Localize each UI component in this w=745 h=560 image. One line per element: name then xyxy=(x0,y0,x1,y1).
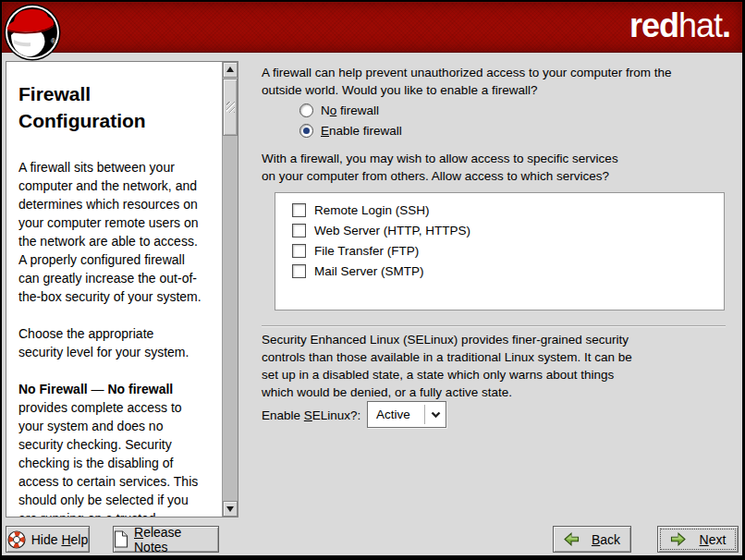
chevron-down-icon xyxy=(425,411,446,419)
label-post: ack xyxy=(600,532,620,547)
arrow-down-icon xyxy=(226,506,234,516)
services-list: Remote Login (SSH) Web Server (HTTP, HTT… xyxy=(275,192,725,310)
hide-help-button[interactable]: Hide Help xyxy=(6,526,90,553)
life-preserver-icon xyxy=(7,530,26,549)
radio-button-icon[interactable] xyxy=(299,124,313,138)
service-row-ftp[interactable]: File Transfer (FTP) xyxy=(275,240,724,261)
radio-enable-firewall[interactable]: Enable firewall xyxy=(299,123,402,139)
arrow-up-icon xyxy=(226,63,234,72)
label-pre: Enable xyxy=(262,408,304,422)
firewall-intro-text: A firewall can help prevent unauthorized… xyxy=(262,64,671,99)
service-label: File Transfer (FTP) xyxy=(314,244,419,258)
trademark-symbol: ® xyxy=(51,38,56,44)
wordmark-rest: hat xyxy=(678,6,722,44)
label-post: ext xyxy=(709,532,727,547)
release-notes-label: Release Notes xyxy=(134,525,218,554)
label-mnemonic: R xyxy=(134,525,143,540)
label-mnemonic: S xyxy=(304,408,312,422)
label-mnemonic: B xyxy=(592,532,600,547)
radio-button-icon[interactable] xyxy=(299,103,313,117)
selinux-description-text: Security Enhanced Linux (SELinux) provid… xyxy=(262,331,632,401)
selinux-label: Enable SELinux?: xyxy=(262,402,360,428)
arrow-right-icon xyxy=(670,532,686,546)
checkbox-icon[interactable] xyxy=(292,224,306,237)
services-intro-text: With a firewall, you may wish to allow a… xyxy=(262,150,618,185)
section-divider xyxy=(262,325,726,327)
service-row-smtp[interactable]: Mail Server (SMTP) xyxy=(275,261,724,281)
label-pre: Hide xyxy=(31,532,62,547)
selinux-selected-value: Active xyxy=(368,408,424,421)
help-dash: — xyxy=(88,382,108,396)
service-row-web[interactable]: Web Server (HTTP, HTTPS) xyxy=(275,220,724,240)
radio-no-firewall[interactable]: No firewall xyxy=(299,103,379,118)
help-bold-no-firewall: No Firewall xyxy=(18,382,88,396)
help-paragraph-3: No Firewall — No firewall provides compl… xyxy=(18,380,218,517)
checkbox-icon[interactable] xyxy=(292,264,306,278)
next-label: Next xyxy=(700,532,727,547)
scrollbar-down-button[interactable] xyxy=(223,501,238,517)
label-mnemonic: E xyxy=(321,124,329,138)
radio-enable-firewall-label: Enable firewall xyxy=(321,124,402,138)
help-scrollbar[interactable] xyxy=(222,62,238,517)
help-paragraph-3-rest: provides complete access to your system … xyxy=(18,400,198,517)
service-label: Web Server (HTTP, HTTPS) xyxy=(314,224,470,237)
label-post: elp xyxy=(71,532,89,547)
scrollbar-grip-icon xyxy=(226,102,235,113)
scrollbar-up-button[interactable] xyxy=(223,62,238,78)
help-paragraph-2: Choose the appropriate security level fo… xyxy=(18,324,218,361)
arrow-left-icon xyxy=(564,532,580,546)
selinux-dropdown[interactable]: Active xyxy=(367,401,446,428)
help-paragraph-1: A firewall sits between your computer an… xyxy=(18,158,218,306)
next-button[interactable]: Next xyxy=(657,526,739,553)
redhat-wordmark: redhat. xyxy=(629,7,730,44)
label-post: nable firewall xyxy=(329,124,402,138)
label-mnemonic: H xyxy=(61,532,70,547)
service-row-ssh[interactable]: Remote Login (SSH) xyxy=(275,200,724,220)
label-mnemonic: N xyxy=(700,532,709,547)
wordmark-bold: red xyxy=(629,6,678,44)
wordmark-dot: . xyxy=(722,6,730,44)
service-label: Remote Login (SSH) xyxy=(314,203,430,217)
hide-help-label: Hide Help xyxy=(31,532,89,547)
radio-no-firewall-label: No firewall xyxy=(321,103,379,117)
help-title: Firewall Configuration xyxy=(18,80,218,134)
header-banner: redhat. xyxy=(2,2,742,53)
back-label: Back xyxy=(592,532,620,547)
help-panel-text: Firewall Configuration A firewall sits b… xyxy=(6,62,222,517)
help-panel: Firewall Configuration A firewall sits b… xyxy=(6,61,238,517)
service-label: Mail Server (SMTP) xyxy=(314,264,424,278)
redhat-shadowman-icon: ® xyxy=(3,3,62,62)
release-notes-button[interactable]: Release Notes xyxy=(113,526,219,553)
window-frame: redhat. ® Firewall Configuration A firew… xyxy=(0,0,745,560)
installer-window: redhat. ® Firewall Configuration A firew… xyxy=(2,2,742,555)
checkbox-icon[interactable] xyxy=(292,203,306,217)
scrollbar-thumb[interactable] xyxy=(223,79,238,136)
label-pre: N xyxy=(321,103,330,117)
document-icon xyxy=(114,530,128,548)
label-post: firewall xyxy=(336,103,379,117)
back-button[interactable]: Back xyxy=(553,526,631,553)
checkbox-icon[interactable] xyxy=(292,244,306,258)
help-bold-no-firewall-2: No firewall xyxy=(107,382,173,396)
label-post: ELinux?: xyxy=(312,408,361,422)
